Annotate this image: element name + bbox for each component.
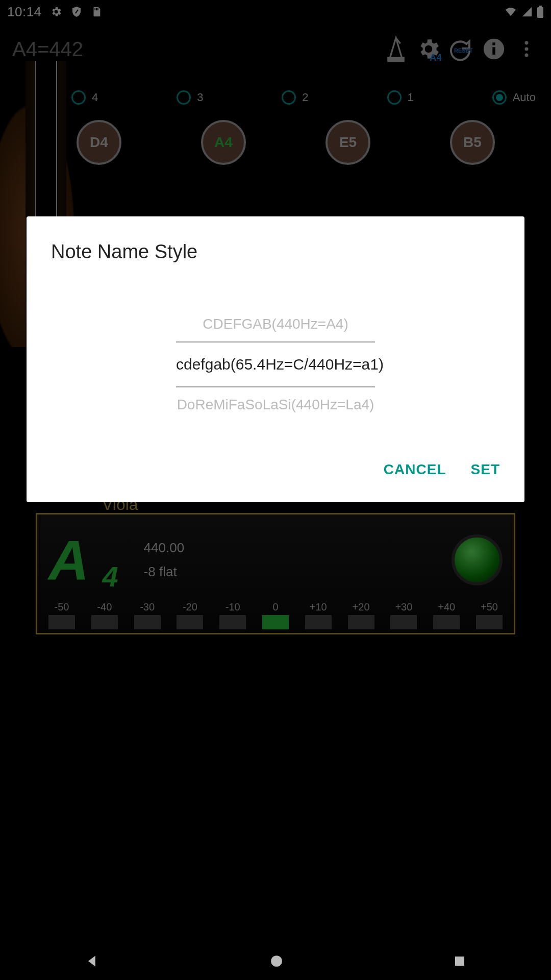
picker-option-2[interactable]: DoReMiFaSoLaSi(440Hz=La4) — [176, 387, 375, 422]
dialog-picker[interactable]: CDEFGAB(440Hz=A4) cdefgab(65.4Hz=C/440Hz… — [51, 279, 418, 449]
dialog-title: Note Name Style — [51, 241, 418, 263]
picker-option-0[interactable]: CDEFGAB(440Hz=A4) — [176, 307, 375, 341]
picker-option-1[interactable]: cdefgab(65.4Hz=C/440Hz=a1) — [176, 341, 375, 387]
cancel-button[interactable]: CANCEL — [384, 461, 418, 478]
note-name-style-dialog: Note Name Style CDEFGAB(440Hz=A4) cdefga… — [27, 216, 418, 502]
